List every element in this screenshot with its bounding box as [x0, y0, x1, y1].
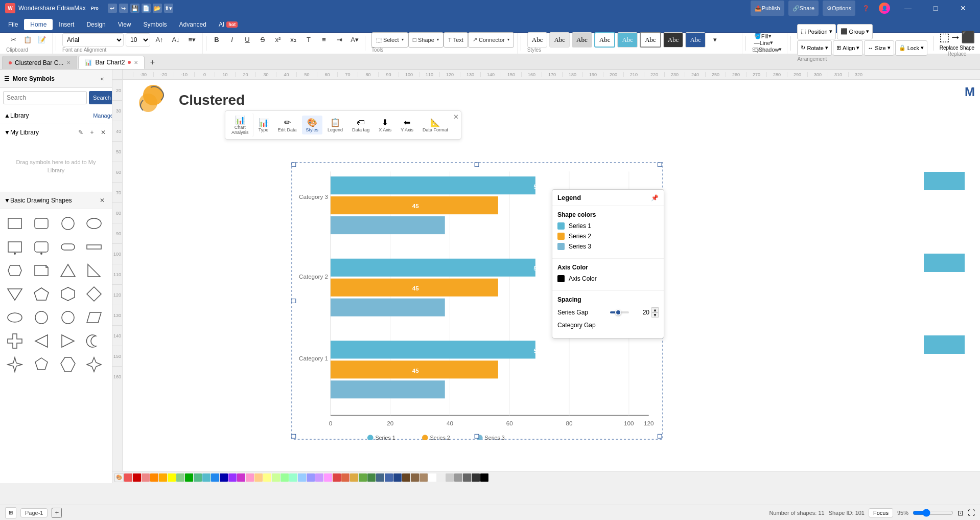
decrease-font-btn[interactable]: A↓ — [169, 32, 183, 48]
rotate-btn[interactable]: ↻ Rotate ▾ — [797, 40, 831, 56]
account-btn[interactable]: 👤 — [877, 1, 892, 16]
chart-type-btn[interactable]: 📊 Type — [254, 116, 273, 134]
color-slate[interactable] — [376, 473, 384, 482]
shape-triangle-left[interactable] — [31, 330, 52, 352]
open-btn[interactable]: 📂 — [153, 4, 162, 13]
edit-my-library-btn[interactable]: ✎ — [76, 128, 85, 137]
axis-color-item[interactable]: Axis Color — [557, 275, 659, 282]
color-charcoal[interactable] — [472, 473, 480, 482]
focus-btn[interactable]: Focus — [869, 508, 893, 517]
menu-file[interactable]: File — [2, 19, 24, 30]
page-tab-1[interactable]: Page-1 — [20, 508, 48, 517]
color-yellow[interactable] — [168, 473, 176, 482]
style-btn-5[interactable]: Abc — [617, 32, 638, 48]
add-page-btn[interactable]: + — [52, 508, 62, 518]
color-medium-gray[interactable] — [454, 473, 462, 482]
spin-up-btn[interactable]: ▲ — [651, 307, 659, 312]
series2-item[interactable]: Series 2 — [557, 233, 659, 240]
style-btn-1[interactable]: Abc — [527, 32, 548, 48]
color-violet[interactable] — [315, 473, 323, 482]
color-dark-red[interactable] — [133, 473, 141, 482]
close-shapes-btn[interactable]: ✕ — [97, 195, 108, 206]
shape-ellipse[interactable] — [83, 213, 105, 234]
menu-insert[interactable]: Insert — [53, 19, 80, 30]
font-family-select[interactable]: Arial — [62, 33, 124, 47]
shape-circle[interactable] — [57, 213, 79, 234]
menu-view[interactable]: View — [112, 19, 137, 30]
styles-more-btn[interactable]: ▾ — [708, 32, 722, 48]
align-tool-btn[interactable]: ⊞ Align ▾ — [833, 40, 863, 56]
group-btn[interactable]: ⬛ Group ▾ — [837, 24, 873, 39]
color-blue[interactable] — [211, 473, 219, 482]
color-red[interactable] — [124, 473, 132, 482]
library-header[interactable]: ▲ Library Manage — [0, 107, 112, 124]
color-light-yellow[interactable] — [263, 473, 271, 482]
menu-design[interactable]: Design — [80, 19, 111, 30]
edit-data-btn[interactable]: ✏ Edit Data — [274, 116, 301, 134]
copy-btn[interactable]: 📋 — [20, 32, 35, 48]
shape-diamond[interactable] — [83, 283, 105, 305]
color-pink[interactable] — [142, 473, 150, 482]
color-dark-blue[interactable] — [220, 473, 228, 482]
manage-library-btn[interactable]: Manage — [99, 111, 108, 120]
color-purple[interactable] — [228, 473, 237, 482]
shape-hexagon[interactable] — [57, 283, 79, 305]
paste-btn[interactable]: 📝 — [35, 32, 49, 48]
color-light-gray[interactable] — [437, 473, 445, 482]
zoom-slider[interactable] — [913, 509, 953, 517]
color-aqua[interactable] — [289, 473, 297, 482]
maximize-btn[interactable]: □ — [924, 0, 947, 16]
series3-item[interactable]: Series 3 — [557, 243, 659, 250]
share-btn[interactable]: 🔗 Share — [788, 1, 819, 16]
shape-rectangle[interactable] — [4, 213, 26, 234]
shape-folded[interactable] — [31, 260, 52, 281]
color-terra[interactable] — [341, 473, 349, 482]
text-tool-btn[interactable]: T Text — [444, 32, 468, 48]
font-size-select[interactable]: 10 — [126, 33, 150, 47]
list-btn[interactable]: ≡ — [317, 32, 331, 48]
shape-ellipse2[interactable] — [4, 307, 26, 328]
shape-star-diamond[interactable] — [83, 354, 105, 375]
close-btn[interactable]: ✕ — [951, 0, 975, 16]
menu-symbols[interactable]: Symbols — [137, 19, 173, 30]
color-gold[interactable] — [350, 473, 358, 482]
style-btn-7[interactable]: Abc — [663, 32, 684, 48]
color-lavender[interactable] — [307, 473, 315, 482]
share-dropdown-btn[interactable]: ⬆▾ — [164, 4, 173, 13]
menu-advanced[interactable]: Advanced — [173, 19, 213, 30]
cut-btn[interactable]: ✂ — [6, 32, 20, 48]
lock-btn[interactable]: 🔒 Lock ▾ — [895, 40, 927, 56]
line-btn[interactable]: — Line ▾ — [752, 39, 776, 46]
fill-btn[interactable]: 🪣 Fill ▾ — [752, 33, 774, 39]
shape-btn[interactable]: □ Shape ▾ — [408, 32, 444, 48]
strikethrough-btn[interactable]: S — [255, 32, 270, 48]
help-btn[interactable]: ❓ — [859, 1, 873, 16]
shape-rect-dot[interactable] — [4, 236, 26, 258]
canvas-bg[interactable]: Clustered 📊 Chart Analysis 📊 Type — [123, 80, 980, 471]
search-input[interactable] — [3, 91, 87, 104]
legend-btn[interactable]: 📋 Legend — [323, 116, 347, 134]
add-to-my-library-btn[interactable]: + — [87, 128, 97, 137]
save-btn[interactable]: 💾 — [130, 4, 139, 13]
tab-barchart2[interactable]: 📊 Bar Chart2 ✕ — [78, 56, 145, 69]
color-lime[interactable] — [272, 473, 280, 482]
minimize-btn[interactable]: — — [896, 0, 920, 16]
font-color-btn[interactable]: A▾ — [347, 32, 362, 48]
shape-pentagon[interactable] — [31, 283, 52, 305]
undo-btn[interactable]: ↩ — [108, 4, 117, 13]
indent-btn[interactable]: ⇥ — [332, 32, 346, 48]
style-btn-8[interactable]: Abc — [685, 32, 706, 48]
color-white[interactable] — [428, 473, 436, 482]
style-btn-4[interactable]: Abc — [594, 32, 616, 48]
style-btn-2[interactable]: Abc — [549, 32, 570, 48]
align-btn[interactable]: ≡▾ — [185, 32, 199, 48]
subscript-btn[interactable]: x₂ — [286, 32, 300, 48]
collapse-panel-btn[interactable]: « — [97, 73, 108, 84]
shape-cross[interactable] — [4, 330, 26, 352]
color-mint[interactable] — [281, 473, 289, 482]
page-view-toggle[interactable]: ⊞ — [5, 507, 16, 518]
shape-pill[interactable] — [57, 236, 79, 258]
canvas-paper[interactable]: Clustered 📊 Chart Analysis 📊 Type — [123, 80, 980, 471]
shape-hexagon2[interactable] — [57, 354, 79, 375]
shape-cut-rect[interactable] — [4, 260, 26, 281]
